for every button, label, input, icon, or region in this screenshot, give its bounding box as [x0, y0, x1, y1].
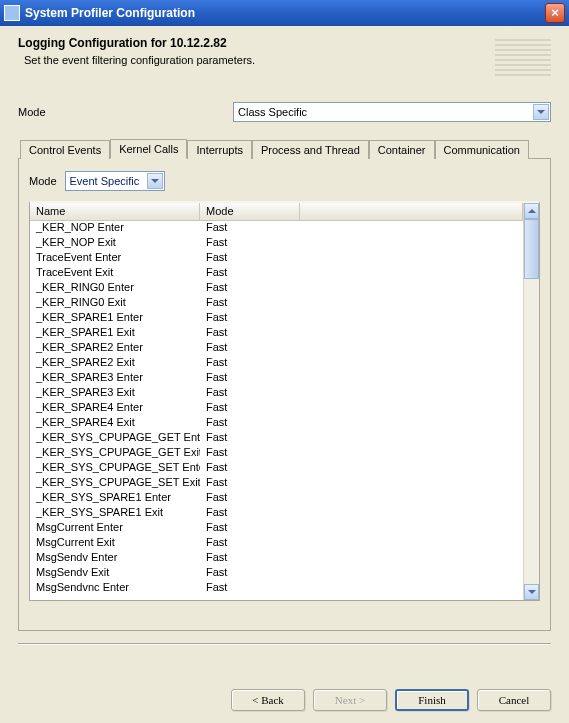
cell-mode: Fast [200, 581, 300, 596]
table-row[interactable]: _KER_SYS_SPARE1 ExitFast [30, 506, 523, 521]
cell-mode: Fast [200, 401, 300, 416]
table-row[interactable]: _KER_SPARE3 EnterFast [30, 371, 523, 386]
cell-mode: Fast [200, 536, 300, 551]
outer-mode-label: Mode [18, 106, 233, 118]
cell-name: MsgCurrent Exit [30, 536, 200, 551]
table-row[interactable]: _KER_SPARE2 EnterFast [30, 341, 523, 356]
cell-name: _KER_SYS_CPUPAGE_GET Enter [30, 431, 200, 446]
close-button[interactable]: × [545, 3, 565, 23]
window-title: System Profiler Configuration [25, 6, 545, 20]
tab-interrupts[interactable]: Interrupts [187, 140, 251, 159]
cell-name: _KER_NOP Exit [30, 236, 200, 251]
table-row[interactable]: TraceEvent ExitFast [30, 266, 523, 281]
column-header-name[interactable]: Name [30, 203, 200, 220]
cell-mode: Fast [200, 446, 300, 461]
table-row[interactable]: _KER_RING0 ExitFast [30, 296, 523, 311]
cell-name: _KER_SPARE3 Enter [30, 371, 200, 386]
cell-mode: Fast [200, 341, 300, 356]
table-row[interactable]: _KER_RING0 EnterFast [30, 281, 523, 296]
cell-mode: Fast [200, 371, 300, 386]
outer-mode-dropdown[interactable]: Class Specific [233, 102, 551, 122]
table-header: Name Mode [30, 203, 523, 221]
header-graphic [495, 36, 551, 76]
table-row[interactable]: MsgSendv ExitFast [30, 566, 523, 581]
table-row[interactable]: MsgSendvnc EnterFast [30, 581, 523, 596]
cell-mode: Fast [200, 236, 300, 251]
table-row[interactable]: _KER_SYS_SPARE1 EnterFast [30, 491, 523, 506]
inner-mode-dropdown[interactable]: Event Specific [65, 171, 165, 191]
tab-kernel-calls[interactable]: Kernel Calls [110, 139, 187, 159]
tab-container[interactable]: Container [369, 140, 435, 159]
tab-process-and-thread[interactable]: Process and Thread [252, 140, 369, 159]
table-row[interactable]: _KER_SYS_CPUPAGE_GET ExitFast [30, 446, 523, 461]
table-row[interactable]: _KER_SYS_CPUPAGE_SET ExitFast [30, 476, 523, 491]
table-row[interactable]: _KER_SPARE4 ExitFast [30, 416, 523, 431]
cell-mode: Fast [200, 356, 300, 371]
chevron-down-icon [147, 173, 163, 189]
page-subtitle: Set the event filtering configuration pa… [24, 54, 551, 66]
cancel-button[interactable]: Cancel [477, 689, 551, 711]
cell-name: _KER_SYS_CPUPAGE_SET Exit [30, 476, 200, 491]
cell-mode: Fast [200, 431, 300, 446]
cell-mode: Fast [200, 386, 300, 401]
table-row[interactable]: MsgCurrent ExitFast [30, 536, 523, 551]
cell-name: _KER_SYS_SPARE1 Exit [30, 506, 200, 521]
inner-mode-row: Mode Event Specific [29, 171, 540, 191]
cell-name: _KER_SYS_SPARE1 Enter [30, 491, 200, 506]
table-row[interactable]: _KER_SPARE2 ExitFast [30, 356, 523, 371]
cell-mode: Fast [200, 506, 300, 521]
table-row[interactable]: _KER_SPARE4 EnterFast [30, 401, 523, 416]
table-row[interactable]: MsgCurrent EnterFast [30, 521, 523, 536]
button-bar: < Back Next > Finish Cancel [231, 689, 551, 711]
cell-name: _KER_SPARE4 Exit [30, 416, 200, 431]
column-header-mode[interactable]: Mode [200, 203, 300, 220]
cell-name: _KER_RING0 Exit [30, 296, 200, 311]
scroll-up-button[interactable] [524, 203, 539, 219]
table-row[interactable]: _KER_NOP EnterFast [30, 221, 523, 236]
table-row[interactable]: _KER_SYS_CPUPAGE_GET EnterFast [30, 431, 523, 446]
chevron-down-icon [533, 104, 549, 120]
cell-mode: Fast [200, 296, 300, 311]
back-button[interactable]: < Back [231, 689, 305, 711]
table-row[interactable]: MsgSendv EnterFast [30, 551, 523, 566]
tab-communication[interactable]: Communication [435, 140, 529, 159]
inner-mode-value: Event Specific [70, 175, 140, 187]
scroll-down-button[interactable] [524, 584, 539, 600]
cell-name: TraceEvent Exit [30, 266, 200, 281]
next-button[interactable]: Next > [313, 689, 387, 711]
titlebar: System Profiler Configuration × [0, 0, 569, 26]
cell-mode: Fast [200, 281, 300, 296]
cell-mode: Fast [200, 326, 300, 341]
table-row[interactable]: _KER_NOP ExitFast [30, 236, 523, 251]
cell-name: _KER_SPARE3 Exit [30, 386, 200, 401]
cell-name: _KER_SYS_CPUPAGE_SET Enter [30, 461, 200, 476]
cell-mode: Fast [200, 476, 300, 491]
scroll-track[interactable] [524, 279, 539, 584]
tab-control-events[interactable]: Control Events [20, 140, 110, 159]
table-row[interactable]: _KER_SYS_CPUPAGE_SET EnterFast [30, 461, 523, 476]
table-row[interactable]: _KER_SPARE1 ExitFast [30, 326, 523, 341]
cell-name: _KER_SPARE2 Exit [30, 356, 200, 371]
cell-name: TraceEvent Enter [30, 251, 200, 266]
table-row[interactable]: TraceEvent EnterFast [30, 251, 523, 266]
table-row[interactable]: _KER_SPARE1 EnterFast [30, 311, 523, 326]
separator [18, 643, 551, 645]
finish-button[interactable]: Finish [395, 689, 469, 711]
cell-name: _KER_SPARE2 Enter [30, 341, 200, 356]
table-row[interactable]: _KER_SPARE3 ExitFast [30, 386, 523, 401]
cell-name: _KER_SPARE1 Enter [30, 311, 200, 326]
cell-mode: Fast [200, 461, 300, 476]
tabstrip: Control EventsKernel CallsInterruptsProc… [18, 138, 551, 159]
cell-mode: Fast [200, 491, 300, 506]
table-grid: Name Mode _KER_NOP EnterFast_KER_NOP Exi… [30, 203, 523, 600]
event-table: Name Mode _KER_NOP EnterFast_KER_NOP Exi… [29, 201, 540, 601]
cell-name: MsgSendv Exit [30, 566, 200, 581]
app-icon [4, 5, 20, 21]
cell-name: _KER_NOP Enter [30, 221, 200, 236]
vertical-scrollbar[interactable] [523, 203, 539, 600]
client-area: Logging Configuration for 10.12.2.82 Set… [0, 26, 569, 723]
scroll-thumb[interactable] [524, 219, 539, 279]
column-header-blank[interactable] [300, 203, 523, 220]
table-body: _KER_NOP EnterFast_KER_NOP ExitFastTrace… [30, 221, 523, 596]
cell-name: _KER_RING0 Enter [30, 281, 200, 296]
